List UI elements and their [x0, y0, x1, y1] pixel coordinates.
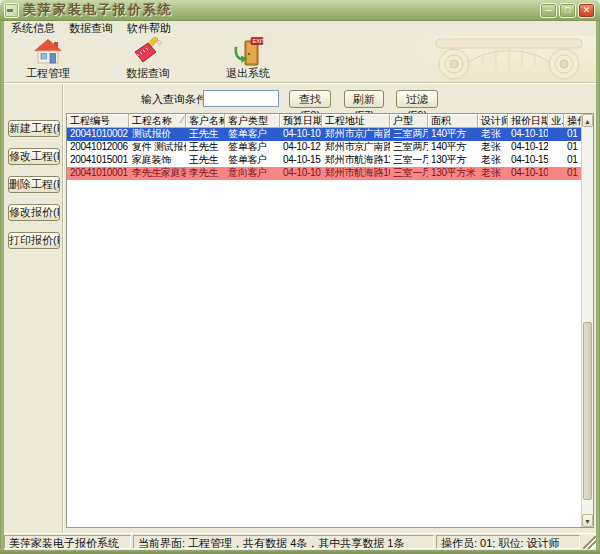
cell-project-address: 郑州市京广南路11号	[322, 128, 390, 141]
cell-project-name: 家庭装饰	[129, 154, 186, 167]
sidebar-divider	[62, 83, 63, 533]
query-condition-label: 输入查询条件:	[141, 92, 210, 107]
scroll-down-button[interactable]: ▼	[582, 514, 593, 527]
cell-area: 130平方米	[428, 167, 478, 180]
resize-grip[interactable]	[583, 536, 596, 549]
cell-customer-name: 王先生	[186, 141, 225, 154]
new-project-button[interactable]: 新建工程(F2)	[8, 120, 60, 137]
cell-project-id: 20041012006	[67, 141, 129, 154]
cell-designer: 老张	[478, 154, 508, 167]
cell-customer-type: 签单客户	[225, 141, 280, 154]
cell-designer: 老张	[478, 167, 508, 180]
brush-icon	[112, 37, 184, 67]
toolbar-button-label: 工程管理	[12, 67, 84, 79]
cell-project-name: 测试报价	[129, 128, 186, 141]
cell-budget-date: 04-10-15	[280, 154, 322, 167]
cell-salesman	[548, 141, 564, 154]
cell-quote-date: 04-10-15	[508, 154, 548, 167]
exit-system-button[interactable]: EXIT 退出系统	[212, 37, 284, 81]
title-bar[interactable]: 美萍家装电子报价系统 ─ □ ✕	[0, 0, 600, 21]
column-header-project-name[interactable]: 工程名称∕	[129, 114, 186, 128]
query-input[interactable]	[203, 90, 279, 107]
cell-house-type: 三室两厅	[390, 141, 428, 154]
cell-customer-name: 王先生	[186, 154, 225, 167]
cell-project-id: 20041010002	[67, 128, 129, 141]
project-management-button[interactable]: 工程管理	[12, 37, 84, 81]
vertical-scrollbar[interactable]: ▲ ▼	[581, 114, 593, 527]
edit-quote-button[interactable]: 修改报价(F5)	[8, 204, 60, 221]
scroll-thumb[interactable]	[583, 322, 592, 500]
cell-project-id: 20041015001	[67, 154, 129, 167]
minimize-button[interactable]: ─	[540, 3, 557, 18]
cell-area: 130平方	[428, 154, 478, 167]
window-frame-left	[0, 21, 4, 554]
toolbar: 工程管理 数据查询 EXIT	[4, 36, 596, 83]
filter-button[interactable]: 过滤(F9)	[396, 90, 438, 108]
cell-quote-date: 04-10-10	[508, 167, 548, 180]
table-row[interactable]: 20041010002 测试报价 王先生 签单客户 04-10-10 郑州市京广…	[67, 128, 593, 141]
column-header-quote-date[interactable]: 报价日期	[508, 114, 548, 128]
cell-project-name: 李先生家庭装饰	[129, 167, 186, 180]
cell-project-address: 郑州市航海路111号	[322, 154, 390, 167]
ionic-column-decoration	[420, 36, 596, 82]
find-button[interactable]: 查找(F8)	[289, 90, 331, 108]
exit-door-icon: EXIT	[212, 37, 284, 67]
window-frame-right	[596, 21, 600, 554]
cell-designer: 老张	[478, 141, 508, 154]
menu-item-system-info[interactable]: 系统信息	[4, 21, 62, 36]
column-header-project-address[interactable]: 工程地址	[322, 114, 390, 128]
table-row[interactable]: 20041012006 复件 测试报价 王先生 签单客户 04-10-12 郑州…	[67, 141, 593, 154]
cell-project-address: 郑州市航海路100号	[322, 167, 390, 180]
status-operator: 操作员: 01; 职位: 设计师	[436, 535, 580, 549]
cell-house-type: 三室两厅	[390, 128, 428, 141]
cell-quote-date: 04-10-12	[508, 141, 548, 154]
delete-project-button[interactable]: 删除工程(F4)	[8, 176, 60, 193]
cell-quote-date: 04-10-10	[508, 128, 548, 141]
column-header-salesman[interactable]: 业...	[548, 114, 564, 128]
status-app-name: 美萍家装电子报价系统	[4, 535, 131, 549]
cell-house-type: 三室一厅	[390, 167, 428, 180]
cell-project-id: 20041010001	[67, 167, 129, 180]
table-row[interactable]: 20041010001 李先生家庭装饰 李先生 意向客户 04-10-10 郑州…	[67, 167, 593, 180]
cell-customer-type: 意向客户	[225, 167, 280, 180]
house-icon	[12, 37, 84, 67]
column-header-customer-type[interactable]: 客户类型	[225, 114, 280, 128]
cell-customer-type: 签单客户	[225, 154, 280, 167]
refresh-button[interactable]: 刷新(F7)	[344, 90, 384, 108]
cell-budget-date: 04-10-10	[280, 128, 322, 141]
cell-salesman	[548, 128, 564, 141]
column-header-house-type[interactable]: 户型	[390, 114, 428, 128]
column-header-designer[interactable]: 设计师	[478, 114, 508, 128]
cell-salesman	[548, 167, 564, 180]
application-window: 美萍家装电子报价系统 ─ □ ✕ 系统信息 数据查询 软件帮助	[0, 0, 600, 554]
edit-project-button[interactable]: 修改工程(F3)	[8, 148, 60, 165]
cell-project-address: 郑州市京广南路11号	[322, 141, 390, 154]
print-quote-button[interactable]: 打印报价(F6)	[8, 232, 60, 249]
cell-salesman	[548, 154, 564, 167]
column-header-customer-name[interactable]: 客户名称	[186, 114, 225, 128]
svg-text:EXIT: EXIT	[253, 38, 265, 44]
close-button[interactable]: ✕	[578, 3, 595, 18]
column-header-area[interactable]: 面积	[428, 114, 478, 128]
menu-bar: 系统信息 数据查询 软件帮助	[4, 21, 596, 36]
scroll-up-button[interactable]: ▲	[582, 114, 593, 127]
cell-designer: 老张	[478, 128, 508, 141]
toolbar-button-label: 数据查询	[112, 67, 184, 79]
app-icon[interactable]	[4, 3, 19, 18]
status-bar: 美萍家装电子报价系统 当前界面: 工程管理，共有数据 4条，其中共享数据 1条 …	[4, 533, 596, 550]
maximize-button[interactable]: □	[559, 3, 576, 18]
projects-table: 工程编号 工程名称∕ 客户名称 客户类型 预算日期 工程地址 户型 面积 设计师…	[66, 113, 594, 528]
column-header-budget-date[interactable]: 预算日期	[280, 114, 322, 128]
cell-area: 140平方	[428, 141, 478, 154]
table-row[interactable]: 20041015001 家庭装饰 王先生 签单客户 04-10-15 郑州市航海…	[67, 154, 593, 167]
menu-item-software-help[interactable]: 软件帮助	[120, 21, 178, 36]
status-context: 当前界面: 工程管理，共有数据 4条，其中共享数据 1条	[133, 535, 434, 549]
window-title: 美萍家装电子报价系统	[23, 1, 540, 19]
column-header-project-id[interactable]: 工程编号	[67, 114, 129, 128]
data-query-button[interactable]: 数据查询	[112, 37, 184, 81]
cell-house-type: 三室一厅	[390, 154, 428, 167]
sort-indicator-icon: ∕	[181, 114, 183, 127]
cell-area: 140平方	[428, 128, 478, 141]
menu-item-data-query[interactable]: 数据查询	[62, 21, 120, 36]
toolbar-button-label: 退出系统	[212, 67, 284, 79]
